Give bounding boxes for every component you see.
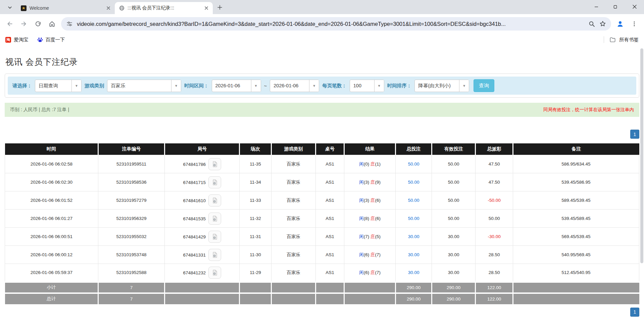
sort-label: 时间排序： — [387, 83, 412, 89]
foot-empty-cell — [513, 282, 639, 293]
video-record-button[interactable] — [208, 194, 221, 207]
bookmark-star-icon[interactable] — [599, 20, 606, 28]
total-bet-link[interactable]: 50.00 — [408, 198, 419, 203]
round-number: 674841429 — [183, 234, 206, 239]
cell-game-kind: 百家乐 — [271, 210, 315, 228]
site-settings-icon[interactable] — [66, 20, 73, 28]
per-page-value: 100 — [350, 80, 374, 92]
column-header: 备注 — [513, 143, 639, 155]
cell-time: 2026-01-06 06:02:58 — [5, 155, 98, 173]
back-button[interactable] — [3, 17, 16, 30]
cell-bet-id: 523101953748 — [98, 246, 164, 264]
tab-close-icon[interactable] — [203, 5, 209, 11]
video-record-button[interactable] — [208, 213, 221, 225]
video-record-button[interactable] — [208, 231, 221, 243]
chevron-down-icon[interactable]: ▼ — [459, 80, 469, 92]
round-number: 674841232 — [183, 270, 206, 275]
bookmark-taobao[interactable]: 淘 爱淘宝 — [5, 37, 29, 43]
address-bar[interactable]: videoie.com/game/betrecord_search/kind3?… — [61, 17, 611, 31]
new-tab-button[interactable] — [215, 2, 225, 12]
cell-valid-bet: 30.00 — [432, 228, 475, 246]
range-separator: ~ — [264, 83, 267, 89]
video-record-button[interactable] — [208, 158, 221, 170]
total-bet-link[interactable]: 30.00 — [408, 234, 419, 239]
cell-valid-bet: 50.00 — [432, 210, 475, 228]
total-bet-link[interactable]: 50.00 — [408, 180, 419, 185]
date-end-input[interactable]: 2026-01-06 ▼ — [270, 80, 319, 92]
all-bookmarks-button[interactable]: 所有书签 — [604, 36, 639, 43]
maximize-button[interactable] — [606, 0, 625, 13]
tab-close-icon[interactable] — [105, 5, 111, 11]
page-scrollbar[interactable] — [640, 47, 644, 318]
maximize-icon — [613, 5, 617, 9]
close-window-button[interactable] — [625, 0, 644, 13]
welcome-favicon-icon — [21, 5, 27, 11]
url-text[interactable]: videoie.com/game/betrecord_search/kind3?… — [77, 21, 584, 27]
sort-select[interactable]: 降幂(由大到小) ▼ — [414, 80, 469, 92]
reload-button[interactable] — [32, 17, 44, 30]
column-header: 桌号 — [316, 143, 344, 155]
cell-table-no: AS1 — [316, 155, 344, 173]
pagination-top: 1 — [5, 130, 639, 139]
chevron-down-icon[interactable]: ▼ — [251, 80, 261, 92]
video-record-button[interactable] — [208, 267, 221, 279]
table-row: 2026-01-06 06:00:51 523101955032 6748414… — [5, 228, 639, 246]
bookmark-baidu[interactable]: 百度一下 — [37, 37, 65, 43]
cell-note: 589.45/539.45 — [513, 191, 639, 210]
foot-empty-cell — [271, 293, 315, 304]
search-button[interactable]: 查询 — [474, 79, 494, 92]
total-bet-link[interactable]: 50.00 — [408, 162, 419, 167]
chevron-down-icon[interactable]: ▼ — [309, 80, 319, 92]
cell-session: 11-33 — [240, 191, 271, 210]
query-mode-select[interactable]: 日期查询 ▼ — [35, 80, 82, 92]
cell-result: 闲(7) 庄(5) — [344, 228, 396, 246]
browser-toolbar: videoie.com/game/betrecord_search/kind3?… — [0, 14, 644, 34]
tab-welcome[interactable]: Welcome — [17, 2, 115, 14]
summary-row: 小计 7 290.00 290.00 122.00 — [5, 282, 639, 293]
tab-bet-record[interactable]: :::视讯 会员下注纪录::: — [115, 2, 213, 14]
table-row: 2026-01-06 06:00:12 523101953748 6748413… — [5, 246, 639, 264]
date-start-input[interactable]: 2026-01-06 ▼ — [212, 80, 261, 92]
summary-bar: 币别 : 人民币 | 总共 :7 注单 | 同局有效投注，统一计算在该局第一张注… — [5, 103, 639, 117]
cell-note: 512.45/540.95 — [513, 264, 639, 282]
total-bet-link[interactable]: 30.00 — [408, 270, 419, 275]
browser-menu-button[interactable] — [628, 17, 641, 30]
summary-row: 总计 7 290.00 290.00 122.00 — [5, 293, 639, 304]
scrollbar-thumb[interactable] — [640, 48, 643, 263]
video-record-icon — [211, 215, 218, 222]
player-result: 闲 — [359, 198, 364, 203]
per-page-select[interactable]: 100 ▼ — [350, 80, 384, 92]
round-number: 674841786 — [183, 162, 206, 167]
cell-table-no: AS1 — [316, 264, 344, 282]
table-row: 2026-01-06 06:01:27 523101956329 6748415… — [5, 210, 639, 228]
tab-title: :::视讯 会员下注纪录::: — [128, 5, 200, 11]
cell-bet-id: 523101952588 — [98, 264, 164, 282]
profile-avatar[interactable] — [614, 17, 627, 30]
foot-count: 7 — [98, 293, 164, 304]
page-1-button[interactable]: 1 — [630, 308, 639, 317]
game-kind-label: 游戏类别 — [85, 83, 104, 89]
total-bet-link[interactable]: 50.00 — [408, 216, 419, 221]
cell-note: 540.95/569.45 — [513, 246, 639, 264]
video-record-button[interactable] — [208, 249, 221, 261]
tab-search-button[interactable] — [5, 2, 15, 12]
cell-table-no: AS1 — [316, 228, 344, 246]
player-result: 闲 — [359, 252, 364, 257]
chevron-down-icon[interactable]: ▼ — [374, 80, 384, 92]
cell-total-bet: 50.00 — [396, 210, 432, 228]
page-1-button[interactable]: 1 — [630, 130, 639, 139]
home-button[interactable] — [46, 17, 58, 30]
video-record-button[interactable] — [208, 176, 221, 188]
minimize-button[interactable] — [587, 0, 606, 13]
total-bet-link[interactable]: 30.00 — [408, 252, 419, 257]
zoom-page-icon[interactable] — [588, 20, 595, 28]
cell-table-no: AS1 — [316, 191, 344, 210]
date-range-label: 时间区间： — [184, 83, 209, 89]
game-kind-select[interactable]: 百家乐 ▼ — [107, 80, 181, 92]
forward-button[interactable] — [17, 17, 30, 30]
foot-payout: 122.00 — [476, 293, 513, 304]
chevron-down-icon[interactable]: ▼ — [71, 80, 81, 92]
table-row: 2026-01-06 06:01:52 523101957279 6748416… — [5, 191, 639, 210]
cell-payout: 28.50 — [476, 264, 513, 282]
chevron-down-icon[interactable]: ▼ — [171, 80, 181, 92]
